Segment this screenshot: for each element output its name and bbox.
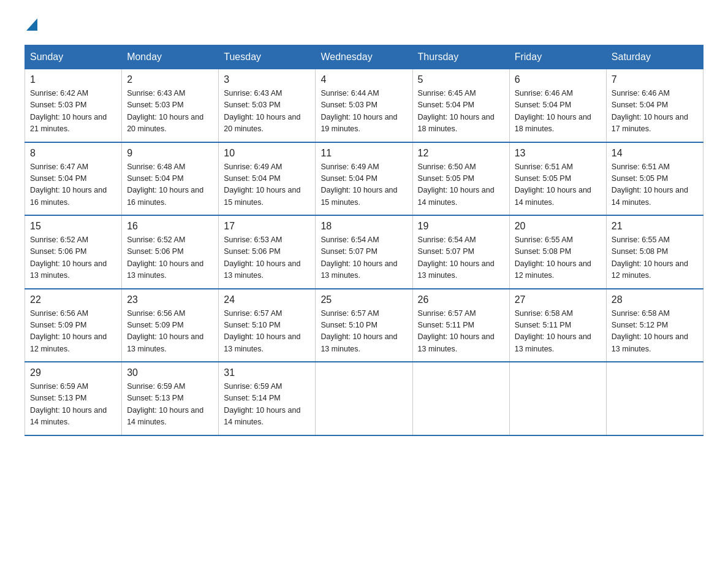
day-info: Sunrise: 6:53 AMSunset: 5:06 PMDaylight:… — [224, 236, 300, 280]
day-number: 2 — [127, 74, 213, 85]
day-number: 26 — [418, 294, 504, 305]
day-info: Sunrise: 6:55 AMSunset: 5:08 PMDaylight:… — [612, 236, 688, 280]
calendar-week-row: 8 Sunrise: 6:47 AMSunset: 5:04 PMDayligh… — [25, 142, 703, 216]
day-number: 30 — [127, 367, 213, 378]
day-number: 28 — [612, 294, 698, 305]
calendar-cell: 31 Sunrise: 6:59 AMSunset: 5:14 PMDaylig… — [219, 362, 316, 435]
day-number: 22 — [30, 294, 116, 305]
day-info: Sunrise: 6:54 AMSunset: 5:07 PMDaylight:… — [418, 236, 495, 280]
calendar-cell: 27 Sunrise: 6:58 AMSunset: 5:11 PMDaylig… — [509, 289, 606, 362]
day-number: 14 — [612, 148, 698, 159]
day-info: Sunrise: 6:43 AMSunset: 5:03 PMDaylight:… — [127, 89, 203, 133]
day-info: Sunrise: 6:44 AMSunset: 5:03 PMDaylight:… — [320, 89, 397, 133]
calendar-cell: 29 Sunrise: 6:59 AMSunset: 5:13 PMDaylig… — [25, 362, 122, 435]
calendar-cell: 4 Sunrise: 6:44 AMSunset: 5:03 PMDayligh… — [316, 69, 412, 142]
calendar-cell: 12 Sunrise: 6:50 AMSunset: 5:05 PMDaylig… — [412, 142, 509, 216]
calendar-cell — [606, 362, 703, 435]
day-info: Sunrise: 6:55 AMSunset: 5:08 PMDaylight:… — [515, 236, 591, 280]
calendar-cell: 5 Sunrise: 6:45 AMSunset: 5:04 PMDayligh… — [412, 69, 509, 142]
calendar-cell: 22 Sunrise: 6:56 AMSunset: 5:09 PMDaylig… — [25, 289, 122, 362]
calendar-cell: 30 Sunrise: 6:59 AMSunset: 5:13 PMDaylig… — [122, 362, 219, 435]
logo — [25, 18, 37, 33]
day-number: 12 — [418, 148, 504, 159]
calendar-cell: 16 Sunrise: 6:52 AMSunset: 5:06 PMDaylig… — [122, 215, 219, 289]
day-info: Sunrise: 6:45 AMSunset: 5:04 PMDaylight:… — [418, 89, 495, 133]
weekday-header-tuesday: Tuesday — [219, 45, 316, 69]
calendar-cell: 9 Sunrise: 6:48 AMSunset: 5:04 PMDayligh… — [122, 142, 219, 216]
calendar-cell: 14 Sunrise: 6:51 AMSunset: 5:05 PMDaylig… — [606, 142, 703, 216]
calendar-cell: 10 Sunrise: 6:49 AMSunset: 5:04 PMDaylig… — [219, 142, 316, 216]
day-info: Sunrise: 6:59 AMSunset: 5:13 PMDaylight:… — [30, 382, 107, 426]
day-info: Sunrise: 6:42 AMSunset: 5:03 PMDaylight:… — [30, 89, 107, 133]
day-number: 23 — [127, 294, 213, 305]
calendar-cell: 3 Sunrise: 6:43 AMSunset: 5:03 PMDayligh… — [219, 69, 316, 142]
weekday-header-row: SundayMondayTuesdayWednesdayThursdayFrid… — [25, 45, 703, 69]
day-info: Sunrise: 6:57 AMSunset: 5:11 PMDaylight:… — [418, 309, 495, 353]
day-info: Sunrise: 6:46 AMSunset: 5:04 PMDaylight:… — [515, 89, 591, 133]
day-number: 8 — [30, 148, 116, 159]
weekday-header-saturday: Saturday — [606, 45, 703, 69]
calendar-cell — [316, 362, 412, 435]
day-number: 10 — [224, 148, 310, 159]
day-number: 16 — [127, 221, 213, 232]
day-number: 3 — [224, 74, 310, 85]
weekday-header-sunday: Sunday — [25, 45, 122, 69]
calendar-cell: 7 Sunrise: 6:46 AMSunset: 5:04 PMDayligh… — [606, 69, 703, 142]
day-info: Sunrise: 6:43 AMSunset: 5:03 PMDaylight:… — [224, 89, 300, 133]
calendar-cell: 20 Sunrise: 6:55 AMSunset: 5:08 PMDaylig… — [509, 215, 606, 289]
day-info: Sunrise: 6:58 AMSunset: 5:12 PMDaylight:… — [612, 309, 688, 353]
day-number: 11 — [320, 148, 407, 159]
weekday-header-thursday: Thursday — [412, 45, 509, 69]
calendar-cell — [509, 362, 606, 435]
calendar-cell: 28 Sunrise: 6:58 AMSunset: 5:12 PMDaylig… — [606, 289, 703, 362]
day-info: Sunrise: 6:49 AMSunset: 5:04 PMDaylight:… — [320, 163, 397, 207]
calendar-cell: 19 Sunrise: 6:54 AMSunset: 5:07 PMDaylig… — [412, 215, 509, 289]
day-info: Sunrise: 6:57 AMSunset: 5:10 PMDaylight:… — [224, 309, 300, 353]
calendar-cell: 8 Sunrise: 6:47 AMSunset: 5:04 PMDayligh… — [25, 142, 122, 216]
day-number: 18 — [320, 221, 407, 232]
calendar-cell: 26 Sunrise: 6:57 AMSunset: 5:11 PMDaylig… — [412, 289, 509, 362]
day-number: 17 — [224, 221, 310, 232]
day-info: Sunrise: 6:54 AMSunset: 5:07 PMDaylight:… — [320, 236, 397, 280]
day-info: Sunrise: 6:52 AMSunset: 5:06 PMDaylight:… — [127, 236, 203, 280]
calendar-cell: 23 Sunrise: 6:56 AMSunset: 5:09 PMDaylig… — [122, 289, 219, 362]
calendar-cell: 25 Sunrise: 6:57 AMSunset: 5:10 PMDaylig… — [316, 289, 412, 362]
weekday-header-monday: Monday — [122, 45, 219, 69]
calendar-cell: 1 Sunrise: 6:42 AMSunset: 5:03 PMDayligh… — [25, 69, 122, 142]
calendar-cell: 24 Sunrise: 6:57 AMSunset: 5:10 PMDaylig… — [219, 289, 316, 362]
calendar-week-row: 1 Sunrise: 6:42 AMSunset: 5:03 PMDayligh… — [25, 69, 703, 142]
day-number: 15 — [30, 221, 116, 232]
day-number: 4 — [320, 74, 407, 85]
calendar-cell: 6 Sunrise: 6:46 AMSunset: 5:04 PMDayligh… — [509, 69, 606, 142]
day-info: Sunrise: 6:46 AMSunset: 5:04 PMDaylight:… — [612, 89, 688, 133]
calendar-week-row: 29 Sunrise: 6:59 AMSunset: 5:13 PMDaylig… — [25, 362, 703, 435]
day-number: 29 — [30, 367, 116, 378]
calendar-week-row: 22 Sunrise: 6:56 AMSunset: 5:09 PMDaylig… — [25, 289, 703, 362]
day-info: Sunrise: 6:59 AMSunset: 5:13 PMDaylight:… — [127, 382, 203, 426]
calendar-table: SundayMondayTuesdayWednesdayThursdayFrid… — [25, 45, 703, 436]
calendar-cell: 2 Sunrise: 6:43 AMSunset: 5:03 PMDayligh… — [122, 69, 219, 142]
svg-marker-0 — [26, 18, 37, 31]
day-info: Sunrise: 6:51 AMSunset: 5:05 PMDaylight:… — [612, 163, 688, 207]
day-info: Sunrise: 6:57 AMSunset: 5:10 PMDaylight:… — [320, 309, 397, 353]
day-info: Sunrise: 6:47 AMSunset: 5:04 PMDaylight:… — [30, 163, 107, 207]
calendar-cell: 15 Sunrise: 6:52 AMSunset: 5:06 PMDaylig… — [25, 215, 122, 289]
calendar-cell — [412, 362, 509, 435]
calendar-cell: 17 Sunrise: 6:53 AMSunset: 5:06 PMDaylig… — [219, 215, 316, 289]
calendar-cell: 18 Sunrise: 6:54 AMSunset: 5:07 PMDaylig… — [316, 215, 412, 289]
day-number: 1 — [30, 74, 116, 85]
day-info: Sunrise: 6:49 AMSunset: 5:04 PMDaylight:… — [224, 163, 300, 207]
day-number: 5 — [418, 74, 504, 85]
calendar-cell: 11 Sunrise: 6:49 AMSunset: 5:04 PMDaylig… — [316, 142, 412, 216]
day-number: 6 — [515, 74, 601, 85]
day-info: Sunrise: 6:58 AMSunset: 5:11 PMDaylight:… — [515, 309, 591, 353]
day-number: 7 — [612, 74, 698, 85]
day-info: Sunrise: 6:50 AMSunset: 5:05 PMDaylight:… — [418, 163, 495, 207]
calendar-cell: 21 Sunrise: 6:55 AMSunset: 5:08 PMDaylig… — [606, 215, 703, 289]
day-number: 13 — [515, 148, 601, 159]
day-number: 9 — [127, 148, 213, 159]
calendar-cell: 13 Sunrise: 6:51 AMSunset: 5:05 PMDaylig… — [509, 142, 606, 216]
day-info: Sunrise: 6:51 AMSunset: 5:05 PMDaylight:… — [515, 163, 591, 207]
day-info: Sunrise: 6:48 AMSunset: 5:04 PMDaylight:… — [127, 163, 203, 207]
day-number: 19 — [418, 221, 504, 232]
